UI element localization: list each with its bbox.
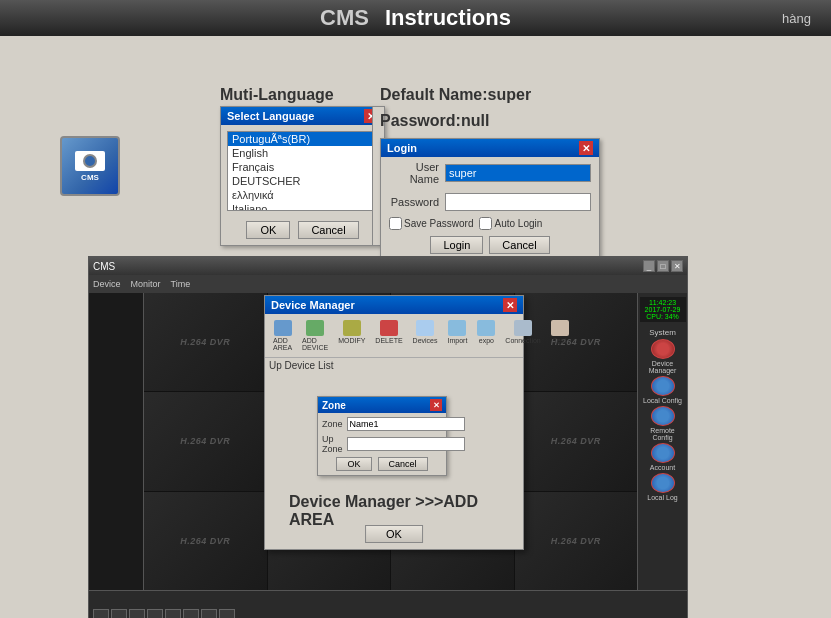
login-dialog: Login ✕ User Name Password Save Password… — [380, 138, 600, 261]
dialog-titlebar: Select Language ✕ — [221, 107, 384, 125]
device-list-area: Up Device List — [265, 358, 523, 388]
video-cell-8: H.264 DVR — [515, 392, 638, 490]
zone-cancel-button[interactable]: Cancel — [378, 457, 428, 471]
time-display: 11:42:23 2017-07-29 CPU: 34% — [640, 297, 686, 322]
list-item[interactable]: Italiano — [228, 202, 377, 211]
delete-tool[interactable]: DELETE — [371, 318, 406, 353]
save-password-label[interactable]: Save Password — [389, 217, 473, 230]
username-input[interactable] — [445, 164, 591, 182]
devices-import-tool[interactable]: Devices — [409, 318, 442, 353]
device-mgr-close-button[interactable]: ✕ — [503, 298, 517, 312]
cms-main-titlebar: CMS _ □ ✕ — [89, 257, 687, 275]
up-zone-input[interactable] — [347, 437, 465, 451]
dialog-body: PortuguÃªs(BR) English Français DEUTSCHE… — [221, 125, 384, 217]
select-language-dialog: Select Language ✕ PortuguÃªs(BR) English… — [220, 106, 385, 246]
list-item[interactable]: English — [228, 146, 377, 160]
test-icon — [551, 320, 569, 336]
zone-field-row: Zone — [322, 417, 442, 431]
local-log-btn[interactable]: Local Log — [642, 473, 684, 501]
cms-main-window: CMS _ □ ✕ Device Monitor Time H.264 DVR … — [88, 256, 688, 618]
bottom-btn-1[interactable] — [93, 609, 109, 619]
login-titlebar: Login ✕ — [381, 139, 599, 157]
cms-sidebar — [89, 293, 144, 590]
zone-ok-button[interactable]: OK — [336, 457, 371, 471]
device-mgr-toolbar: ADD AREA ADD DEVICE MODIFY DELETE Device… — [265, 314, 523, 358]
remote-config-icon — [651, 406, 675, 426]
bottom-btn-6[interactable] — [183, 609, 199, 619]
close-button[interactable]: ✕ — [671, 260, 683, 272]
toolbar-time[interactable]: Time — [171, 279, 191, 289]
minimize-button[interactable]: _ — [643, 260, 655, 272]
default-name-info: Default Name:super — [380, 86, 600, 104]
connection-icon — [514, 320, 532, 336]
local-config-icon — [651, 376, 675, 396]
header: CMS Instructions hàng — [0, 0, 831, 36]
auto-login-label[interactable]: Auto Login — [479, 217, 542, 230]
list-item[interactable]: DEUTSCHER — [228, 174, 377, 188]
hang-label: hàng — [782, 11, 811, 26]
video-cell-9: H.264 DVR — [144, 492, 267, 590]
export-tool[interactable]: expo — [473, 318, 499, 353]
connection-tool[interactable]: Connection — [501, 318, 544, 353]
bottom-btn-4[interactable] — [147, 609, 163, 619]
cancel-button[interactable]: Cancel — [298, 221, 358, 239]
account-icon — [651, 443, 675, 463]
bottom-btn-8[interactable] — [219, 609, 235, 619]
add-device-tool[interactable]: ADD DEVICE — [298, 318, 332, 353]
cms-bottom — [89, 590, 687, 618]
system-label: System — [649, 328, 676, 337]
list-item[interactable]: Français — [228, 160, 377, 174]
language-listbox[interactable]: PortuguÃªs(BR) English Français DEUTSCHE… — [227, 131, 378, 211]
device-manager-dialog: Device Manager ✕ ADD AREA ADD DEVICE MOD… — [264, 295, 524, 550]
save-password-checkbox[interactable] — [389, 217, 402, 230]
dialog-title-text: Select Language — [227, 110, 314, 122]
add-area-tool[interactable]: ADD AREA — [269, 318, 296, 353]
cms-title: CMS — [320, 5, 369, 31]
list-item[interactable]: ελληνικά — [228, 188, 377, 202]
content-area: Muti-Language Select Language ✕ PortuguÃ… — [0, 36, 831, 618]
modify-tool[interactable]: MODIFY — [334, 318, 369, 353]
import-tool[interactable]: Import — [444, 318, 472, 353]
toolbar-device[interactable]: Device — [93, 279, 121, 289]
add-device-icon — [306, 320, 324, 336]
up-zone-row: Up Zone — [322, 434, 442, 454]
username-label: User Name — [389, 161, 439, 185]
password-input[interactable] — [445, 193, 591, 211]
list-item[interactable]: PortuguÃªs(BR) — [228, 132, 377, 146]
auto-login-checkbox[interactable] — [479, 217, 492, 230]
device-manager-btn[interactable]: Device Manager — [642, 339, 684, 374]
test-tool[interactable]: Test — [547, 318, 573, 353]
cms-main-title: CMS — [93, 261, 115, 272]
toolbar-monitor[interactable]: Monitor — [131, 279, 161, 289]
login-button[interactable]: Login — [430, 236, 483, 254]
import-icon — [448, 320, 466, 336]
zone-dialog: Zone ✕ Zone Up Zone OK Cancel — [317, 396, 447, 476]
device-mgr-ok-button[interactable]: OK — [365, 525, 423, 543]
ok-button[interactable]: OK — [246, 221, 290, 239]
remote-config-btn[interactable]: Remote Config — [642, 406, 684, 441]
login-cancel-button[interactable]: Cancel — [489, 236, 549, 254]
zone-close-button[interactable]: ✕ — [430, 399, 442, 411]
modify-icon — [343, 320, 361, 336]
bottom-btn-7[interactable] — [201, 609, 217, 619]
bottom-btn-5[interactable] — [165, 609, 181, 619]
cms-icon-wrapper: CMS — [60, 136, 120, 196]
camera-icon — [75, 151, 105, 171]
titlebar-buttons: _ □ ✕ — [643, 260, 683, 272]
zone-body: Zone Up Zone OK Cancel — [318, 413, 446, 475]
device-manager-icon — [651, 339, 675, 359]
local-config-btn[interactable]: Local Config — [642, 376, 684, 404]
account-btn[interactable]: Account — [642, 443, 684, 471]
password-info: Password:null — [380, 112, 600, 130]
login-close-button[interactable]: ✕ — [579, 141, 593, 155]
login-title-text: Login — [387, 142, 417, 154]
bottom-btn-3[interactable] — [129, 609, 145, 619]
maximize-button[interactable]: □ — [657, 260, 669, 272]
list-label: Up Device List — [269, 360, 333, 371]
video-cell-5: H.264 DVR — [144, 392, 267, 490]
video-cell-12: H.264 DVR — [515, 492, 638, 590]
username-row: User Name — [381, 157, 599, 189]
zone-name-input[interactable] — [347, 417, 465, 431]
date-text: 2017-07-29 — [642, 306, 684, 313]
bottom-btn-2[interactable] — [111, 609, 127, 619]
